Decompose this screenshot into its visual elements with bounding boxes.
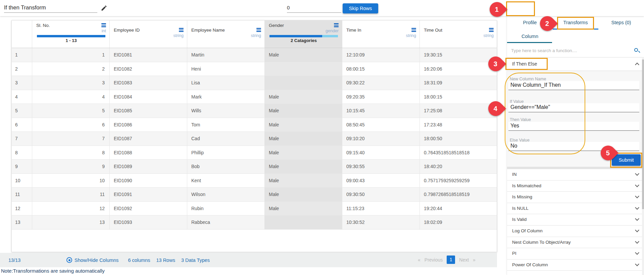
column-name: Employee ID (114, 28, 140, 33)
row-number: 12 (12, 202, 32, 215)
column-menu-icon[interactable] (101, 23, 106, 27)
column-menu-icon[interactable] (334, 23, 339, 27)
cell: Cad (187, 132, 265, 146)
chevron-down-icon (635, 183, 639, 187)
cell: 0.7643518518518518 (420, 146, 497, 160)
columns-info: 6 columns (128, 258, 150, 263)
cell: Male (265, 188, 342, 201)
scrollbar-thumb[interactable] (642, 60, 644, 209)
chevron-down-icon (635, 194, 639, 198)
next-button[interactable]: Next (459, 257, 469, 263)
field-input-if-value[interactable]: Gender=="Male" (508, 103, 639, 112)
pagination: « Previous 1 Next » (418, 256, 476, 264)
cell: 09:30:55 (342, 160, 420, 173)
cell: 10:30:52 (342, 215, 420, 229)
skip-rows-button[interactable]: Skip Rows (343, 3, 378, 13)
subtab-indicator (507, 42, 552, 43)
tab-column[interactable]: Column (507, 30, 553, 43)
cell: 11 (32, 188, 110, 201)
column-summary: 1 - 13 (36, 38, 106, 44)
function-row[interactable]: Is Missing (507, 192, 644, 203)
function-row[interactable]: Is NULL (507, 203, 644, 214)
field-input-else-value[interactable]: No (508, 142, 639, 151)
function-label: Is Missing (512, 194, 532, 199)
function-row[interactable]: Log Of Column (507, 226, 644, 237)
table-row: 11EID1081MartinMale12:10:0919:30:15 (12, 48, 497, 62)
cell: Male (265, 48, 342, 62)
field-input-then-value[interactable]: Yes (508, 122, 639, 131)
column-menu-icon[interactable] (489, 28, 494, 32)
cell: 18:00:15 (420, 90, 497, 104)
column-name: Time In (346, 28, 361, 33)
cell: 0.7987268518518519 (420, 188, 497, 201)
edit-pencil-icon[interactable] (101, 5, 107, 11)
row-number: 9 (12, 160, 32, 173)
prev-arrow[interactable]: « (418, 257, 420, 263)
cell: EID1090 (110, 174, 187, 188)
accordion-if-then-else[interactable]: If Then Else (507, 57, 644, 71)
transform-name-input[interactable] (4, 3, 97, 13)
field-input-new-column-name[interactable]: New Column_If Then (508, 81, 639, 90)
cell: 2 (32, 62, 110, 76)
function-row[interactable]: Nest Column To Object/Array (507, 237, 644, 248)
function-row[interactable]: PI (507, 248, 644, 260)
cell: Male (265, 202, 342, 215)
search-icon[interactable] (634, 48, 640, 54)
table-row: 33EID1083Lisa09:30:2218:31:09 (12, 76, 497, 90)
show-hide-columns-button[interactable]: Show/Hide Columns (66, 257, 118, 263)
tab-steps-0-[interactable]: Steps (0) (598, 15, 644, 30)
table-row: 22EID1082Heni08:00:1516:20:06 (12, 62, 497, 76)
row-number: 3 (12, 76, 32, 90)
panel-tabs: ProfileTransformsSteps (0) (507, 15, 644, 30)
tab-profile[interactable]: Profile (507, 15, 553, 30)
cell (265, 76, 342, 90)
cell: EID1091 (110, 188, 187, 201)
cell: 18:00:50 (420, 132, 497, 146)
cell: EID1081 (110, 48, 187, 62)
cell: 6 (32, 118, 110, 132)
table-row: 77EID1087CadMale09:10:2018:00:50 (12, 132, 497, 146)
cell: Male (265, 160, 342, 173)
function-list: INIs MismatchedIs MissingIs NULLIs Valid… (507, 169, 644, 271)
eye-icon (66, 257, 72, 263)
column-name: Gender (269, 23, 284, 28)
submit-button[interactable]: Submit (612, 154, 641, 166)
next-arrow[interactable]: » (473, 257, 476, 263)
function-label: Log Of Column (512, 228, 543, 233)
chevron-down-icon (635, 205, 639, 210)
column-name-row: Employee ID (114, 27, 184, 33)
function-row[interactable]: Power Of Column (507, 260, 644, 271)
table-row: 1313EID1093Rabbeca10:30:5218:02:09 (12, 215, 497, 230)
row-number: 1 (12, 48, 32, 62)
cell: 19:20:44 (420, 202, 497, 215)
table-row: 44EID1084MarkMale09:20:3518:00:15 (12, 90, 497, 104)
previous-button[interactable]: Previous (425, 257, 443, 263)
cell: Bob (187, 160, 265, 173)
cell: 09:20:35 (342, 90, 420, 104)
chevron-up-icon (635, 63, 639, 67)
column-menu-icon[interactable] (411, 28, 416, 32)
column-menu-icon[interactable] (256, 28, 261, 32)
tab-transforms[interactable]: Transforms (553, 15, 598, 30)
page-1-button[interactable]: 1 (447, 256, 455, 264)
table-row: 66EID1086TomMale08:50:4517:23:48 (12, 118, 497, 132)
cell: 10 (32, 174, 110, 188)
cell: 08:50:45 (342, 118, 420, 132)
function-row[interactable]: Is Valid (507, 214, 644, 226)
chevron-down-icon (635, 239, 639, 244)
function-search-input[interactable] (511, 44, 632, 57)
function-label: Is Mismatched (512, 183, 541, 188)
field-label: New Column Name (510, 77, 546, 81)
skip-rows-input[interactable] (287, 3, 341, 13)
cell: Tom (187, 118, 265, 132)
function-label: Is NULL (512, 206, 529, 211)
cell: 4 (32, 90, 110, 104)
cell: Heni (187, 62, 265, 76)
function-row[interactable]: Is Mismatched (507, 181, 644, 192)
table-row: 99EID1089BobMale09:30:5518:40:20 (12, 160, 497, 174)
chevron-down-icon (635, 217, 639, 221)
cell: Wills (187, 104, 265, 118)
table-body: 11EID1081MartinMale12:10:0919:30:1522EID… (12, 48, 497, 230)
column-menu-icon[interactable] (179, 28, 184, 32)
function-row[interactable]: IN (507, 169, 644, 181)
